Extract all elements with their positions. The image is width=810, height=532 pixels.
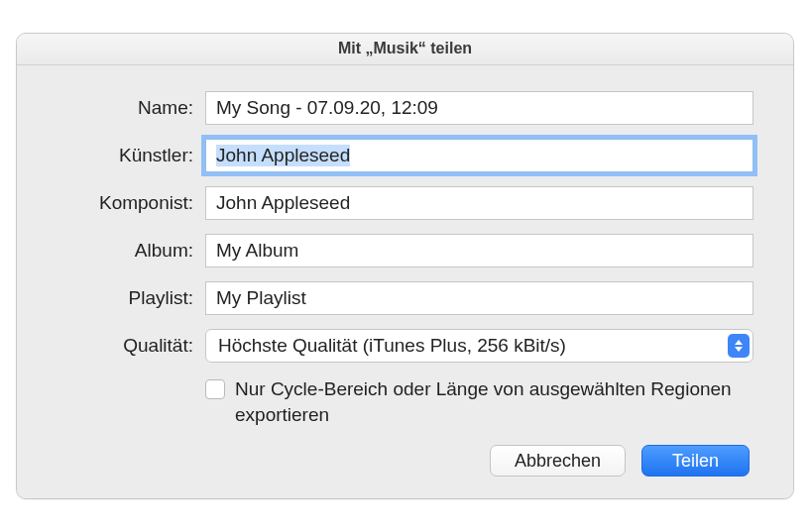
composer-input[interactable] — [205, 186, 753, 220]
name-label: Name: — [57, 97, 205, 119]
cycle-export-label: Nur Cycle-Bereich oder Länge von ausgewä… — [235, 376, 753, 427]
cancel-button[interactable]: Abbrechen — [490, 445, 626, 477]
dialog-content: Name: Künstler: Komponist: Album: Playli… — [17, 65, 793, 498]
playlist-input[interactable] — [205, 281, 753, 315]
playlist-label: Playlist: — [57, 287, 205, 309]
row-composer: Komponist: — [57, 186, 753, 220]
composer-label: Komponist: — [57, 192, 205, 214]
artist-label: Künstler: — [57, 145, 205, 166]
row-quality: Qualität: Höchste Qualität (iTunes Plus,… — [57, 329, 753, 363]
quality-select[interactable]: Höchste Qualität (iTunes Plus, 256 kBit/… — [205, 329, 753, 363]
album-label: Album: — [57, 240, 205, 262]
row-cycle-export: Nur Cycle-Bereich oder Länge von ausgewä… — [57, 376, 753, 427]
dialog-buttons: Abbrechen Teilen — [57, 445, 753, 477]
dialog-titlebar: Mit „Musik“ teilen — [17, 34, 793, 65]
row-artist: Künstler: — [57, 139, 753, 172]
row-playlist: Playlist: — [57, 281, 753, 315]
dialog-title: Mit „Musik“ teilen — [338, 40, 472, 57]
quality-select-wrap: Höchste Qualität (iTunes Plus, 256 kBit/… — [205, 329, 753, 363]
row-album: Album: — [57, 234, 753, 267]
share-music-dialog: Mit „Musik“ teilen Name: Künstler: Kompo… — [16, 33, 794, 499]
cycle-export-checkbox[interactable] — [205, 379, 225, 399]
row-name: Name: — [57, 91, 753, 125]
share-button[interactable]: Teilen — [641, 445, 750, 477]
name-input[interactable] — [205, 91, 753, 125]
album-input[interactable] — [205, 234, 753, 267]
artist-input[interactable] — [205, 139, 753, 172]
quality-label: Qualität: — [57, 335, 205, 357]
